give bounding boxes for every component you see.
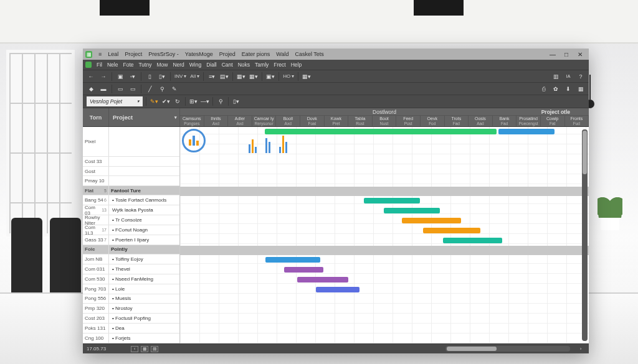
view-mode-1[interactable]: ‹ — [131, 346, 138, 352]
timeline-col[interactable]: FrontsFud — [565, 116, 589, 126]
save-icon[interactable]: ▣ — [116, 72, 125, 81]
forward-button[interactable]: → — [99, 72, 108, 81]
project-selector[interactable]: Vesnlog Pojet ▾ — [87, 96, 143, 106]
menu2-item[interactable]: Frect — [272, 61, 287, 68]
maximize-button[interactable]: □ — [560, 50, 573, 58]
addcol-icon[interactable]: ▦▾ — [237, 72, 245, 81]
ia-icon[interactable]: IA — [564, 72, 573, 81]
view-mode-3[interactable]: ▤ — [151, 346, 158, 352]
scale-icon[interactable]: —▾ — [201, 97, 209, 106]
gantt-bar[interactable] — [316, 287, 359, 292]
timeline-col[interactable]: AdlerAxd — [228, 116, 252, 126]
gantt-bar[interactable] — [297, 277, 348, 282]
panel-icon[interactable]: ▦ — [576, 85, 585, 93]
view-mode-2[interactable]: ▦ — [141, 346, 148, 352]
menu-item[interactable]: ≡ — [96, 50, 104, 58]
tag-icon[interactable]: ◆ — [87, 85, 95, 93]
gantt-bar[interactable] — [265, 257, 320, 263]
gantt-bar[interactable] — [443, 238, 502, 243]
export-icon[interactable]: ▫▾ — [128, 72, 137, 81]
table-row[interactable]: Gass 337• Poerten I Ilpary — [83, 235, 179, 245]
inv-dropdown[interactable]: INV ▾ — [174, 72, 186, 81]
timeline-col[interactable]: CowipFat — [541, 116, 565, 126]
gantt-bar[interactable] — [423, 228, 480, 233]
menu2-item[interactable]: Nele — [105, 61, 120, 68]
zoom-icon[interactable]: ⊞▾ — [189, 97, 198, 106]
table-row[interactable]: Com 1L317• FConut Noagn — [83, 225, 179, 235]
menu2-item[interactable]: Fil — [95, 61, 104, 68]
timeline-col[interactable]: CamsunsPongses — [180, 116, 204, 126]
timeline-col[interactable]: IhnllsAxd — [204, 116, 229, 126]
menu-item[interactable]: PresSrSoy - — [146, 50, 181, 58]
table-row[interactable]: Pmay 10 — [83, 176, 179, 186]
trash-icon[interactable]: ▯▾ — [232, 97, 240, 106]
all-dropdown[interactable]: All ▾ — [190, 72, 199, 81]
menu2-item[interactable]: Mow — [155, 61, 169, 68]
draw-icon[interactable]: ╱ — [145, 85, 154, 93]
gantt-bar[interactable] — [284, 267, 323, 273]
gantt-bar[interactable] — [498, 129, 555, 134]
table-row[interactable]: Cng 100• Forjets — [83, 334, 179, 343]
table-row[interactable]: Com 031• Thevel — [83, 264, 179, 274]
menu-item[interactable]: Eater pions — [239, 50, 273, 58]
table-row[interactable]: Cost 33 — [83, 157, 179, 167]
gear-icon[interactable]: ✿ — [551, 85, 560, 93]
timeline-col[interactable]: BoollAxd — [276, 116, 300, 126]
timeline-col[interactable]: OosisAad — [469, 116, 493, 126]
filter-icon[interactable]: ▤▾ — [220, 72, 229, 81]
grid-icon[interactable]: ▦▾ — [302, 72, 311, 81]
minimize-button[interactable]: — — [546, 50, 559, 58]
table-row[interactable]: Pong 556• Muesls — [83, 294, 179, 304]
marker-icon[interactable]: ✎ — [170, 85, 179, 93]
table-row[interactable]: Com 530• Nseed FanMelng — [83, 274, 179, 284]
timeline-col[interactable]: KowkPret — [325, 116, 349, 126]
vertical-scrollbar[interactable] — [582, 129, 588, 341]
print-icon[interactable]: ⎙ — [539, 85, 548, 93]
menu-item[interactable]: Caskel Tets — [292, 50, 326, 58]
list-icon[interactable]: ≡▾ — [207, 72, 216, 81]
menu-item[interactable]: Wald — [274, 50, 291, 58]
table-row[interactable]: Pixel — [83, 127, 179, 157]
menu-item[interactable]: YatesMoge — [183, 50, 216, 58]
menu2-item[interactable]: Noks — [236, 61, 252, 68]
timeline-col[interactable]: BootNust — [373, 116, 397, 126]
close-button[interactable]: ✕ — [574, 50, 586, 58]
layout-icon[interactable]: ▥ — [551, 72, 560, 81]
menu-item[interactable]: Leal — [105, 50, 121, 58]
table-row[interactable]: Poks 131• Dea — [83, 324, 179, 334]
menu2-item[interactable]: Tutny — [136, 61, 153, 68]
gantt-bar[interactable] — [384, 208, 440, 213]
download-icon[interactable]: ⬇ — [564, 85, 573, 93]
col-torn[interactable]: Torn — [83, 108, 109, 126]
addrow-icon[interactable]: ▦▾ — [249, 72, 258, 81]
timeline-col[interactable]: OevkFod — [421, 116, 445, 126]
doc2-icon[interactable]: ▯▾ — [158, 72, 166, 81]
table-row[interactable]: Jom NB• Tolfiny Eojoy — [83, 254, 179, 264]
timeline-col[interactable]: FeedPost — [396, 116, 421, 126]
calc-icon[interactable]: ▣▾ — [266, 72, 275, 81]
check-icon[interactable]: ✔▾ — [161, 97, 170, 106]
gantt-bar[interactable] — [402, 218, 461, 223]
back-button[interactable]: ← — [87, 72, 95, 81]
link-icon[interactable]: ⚲ — [158, 85, 166, 93]
horizontal-scrollbar[interactable] — [445, 346, 570, 352]
menu2-item[interactable]: Diall — [204, 61, 219, 68]
timeline-col[interactable]: TablaRost — [348, 116, 373, 126]
search-icon[interactable]: ⚲ — [216, 97, 225, 106]
table-row[interactable]: Pong 703• Lole — [83, 284, 179, 294]
scroll-right[interactable]: › — [576, 346, 585, 352]
gantt-bar[interactable] — [265, 129, 497, 134]
timeline-col[interactable]: TrotsFad — [445, 116, 469, 126]
table-row[interactable]: Gost — [83, 167, 179, 177]
folder-icon[interactable]: ▬ — [99, 85, 108, 93]
table-row[interactable]: Flat5Fantool Ture — [83, 186, 179, 195]
table-row[interactable]: FolePolntiy — [83, 245, 179, 254]
menu-item[interactable]: Project — [122, 50, 145, 58]
help-icon[interactable]: ? — [576, 72, 585, 81]
gantt-timeline[interactable] — [180, 127, 589, 343]
card2-icon[interactable]: ▭ — [128, 85, 137, 93]
table-row[interactable]: Cost 203• Foctusil Popfing — [83, 314, 179, 324]
pencil-icon[interactable]: ✎▾ — [150, 97, 158, 106]
menu2-item[interactable]: Nerd — [171, 61, 186, 68]
timeline-col[interactable]: BankFad — [493, 116, 517, 126]
